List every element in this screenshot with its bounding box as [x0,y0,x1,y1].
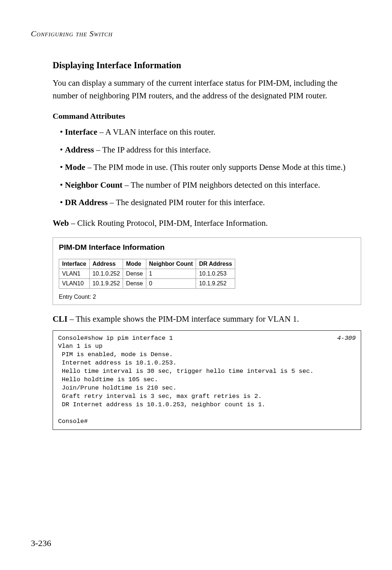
entry-count-value: 2 [93,294,96,300]
command-attributes-heading: Command Attributes [53,111,361,121]
attr-desc: – The IP address for this interface. [94,145,211,154]
attr-term: Mode [65,163,85,172]
cell-interface: VLAN1 [59,269,90,278]
cell-dr-address: 10.1.0.253 [196,269,235,278]
attr-term: DR Address [65,198,108,207]
cli-text: – This example shows the PIM-DM interfac… [68,314,299,323]
attr-desc: – The designated PIM router for this int… [108,198,265,207]
screenshot-panel: PIM-DM Interface Information Interface A… [53,237,361,305]
cell-interface: VLAN10 [59,278,90,288]
page-number: 3-236 [31,538,51,548]
attr-desc: – A VLAN interface on this router. [97,127,215,137]
cli-label: CLI [53,314,68,323]
panel-title: PIM-DM Interface Information [59,243,355,252]
th-neighbor-count: Neighbor Count [146,259,196,269]
attr-term: Address [65,145,94,154]
cell-mode: Dense [123,269,146,278]
cell-address: 10.1.9.252 [89,278,123,288]
intro-paragraph: You can display a summary of the current… [53,77,361,102]
pim-table: Interface Address Mode Neighbor Count DR… [59,259,235,289]
th-interface: Interface [59,259,90,269]
cell-dr-address: 10.1.9.252 [196,278,235,288]
attr-term: Interface [65,127,97,137]
list-item: Neighbor Count – The number of PIM neigh… [53,179,361,192]
entry-count: Entry Count: 2 [59,294,355,300]
cell-address: 10.1.0.252 [89,269,123,278]
console-ref: 4-309 [337,334,356,343]
th-mode: Mode [123,259,146,269]
table-row: VLAN10 10.1.9.252 Dense 0 10.1.9.252 [59,278,235,288]
table-row: VLAN1 10.1.0.252 Dense 1 10.1.0.253 [59,269,235,278]
web-nav-line: Web – Click Routing Protocol, PIM-DM, In… [53,219,361,228]
list-item: Mode – The PIM mode in use. (This router… [53,161,361,174]
list-item: DR Address – The designated PIM router f… [53,196,361,209]
console-text: Console#show ip pim interface 1 Vlan 1 i… [58,335,314,425]
list-item: Interface – A VLAN interface on this rou… [53,126,361,139]
attr-term: Neighbor Count [65,180,123,190]
attributes-list: Interface – A VLAN interface on this rou… [53,126,361,209]
console-output: 4-309Console#show ip pim interface 1 Vla… [53,330,361,430]
table-header-row: Interface Address Mode Neighbor Count DR… [59,259,235,269]
th-address: Address [89,259,123,269]
cell-neighbor-count: 1 [146,269,196,278]
running-head: Configuring the Switch [31,29,361,38]
attr-desc: – The PIM mode in use. (This router only… [85,163,346,172]
list-item: Address – The IP address for this interf… [53,144,361,156]
entry-count-label: Entry Count: [59,294,93,300]
th-dr-address: DR Address [196,259,235,269]
attr-desc: – The number of PIM neighbors detected o… [123,180,320,190]
web-text: – Click Routing Protocol, PIM-DM, Interf… [69,219,268,228]
section-heading: Displaying Interface Information [53,60,361,70]
cell-mode: Dense [123,278,146,288]
web-label: Web [53,219,69,228]
cli-line: CLI – This example shows the PIM-DM inte… [53,314,361,324]
cell-neighbor-count: 0 [146,278,196,288]
